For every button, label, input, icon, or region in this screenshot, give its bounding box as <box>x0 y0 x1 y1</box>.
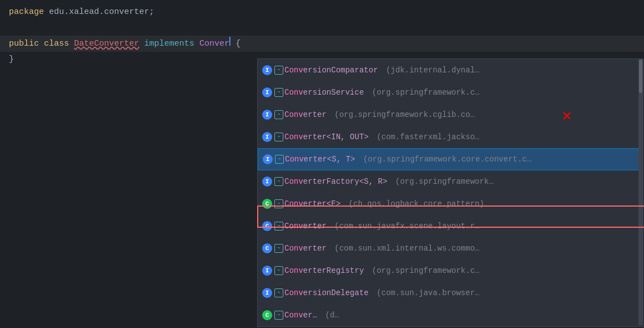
ac-label-9: Converter <box>284 244 327 253</box>
ac-detail-3: (org.springframework.cglib.co… <box>330 110 475 119</box>
ac-item-1[interactable]: I ~ ConversionComparator (jdk.internal.d… <box>258 59 643 81</box>
keyword-class: class <box>44 37 69 51</box>
keyword-public: public <box>9 37 39 51</box>
ac-ext-6: ~ <box>274 177 283 186</box>
ac-icon-class-8: C <box>262 221 272 231</box>
ac-ext-5: ~ <box>275 155 284 164</box>
ac-icon-class-green-7: C <box>262 199 272 209</box>
ac-label-12: Conver… <box>284 311 317 320</box>
code-line-2 <box>0 20 644 36</box>
ac-icon-interface-11: I <box>262 288 272 298</box>
ac-icon-class-green-12: C <box>262 310 272 320</box>
ac-label-3: Converter <box>284 110 327 119</box>
ac-label-11: ConversionDelegate <box>284 288 368 297</box>
keyword-package: package <box>9 6 44 19</box>
ac-label-1: ConversionComparator <box>284 66 378 75</box>
ac-icon-interface-5: I <box>263 154 273 164</box>
ac-detail-5: (org.springframework.core.convert.c… <box>358 155 532 164</box>
ac-detail-12: (d… <box>321 311 340 320</box>
ac-ext-1: ~ <box>274 66 283 75</box>
ac-label-4: Converter<IN, OUT> <box>284 133 368 141</box>
ac-label-7: Converter<E> <box>284 199 341 208</box>
ac-ext-3: ~ <box>274 110 283 119</box>
ac-item-3[interactable]: I ~ Converter (org.springframework.cglib… <box>258 104 643 126</box>
closing-brace: } <box>9 53 14 66</box>
ac-detail-8: (com.sun.javafx.scene.layout.r… <box>330 222 480 231</box>
ac-ext-7: ~ <box>274 199 283 208</box>
ac-detail-4: (com.fasterxml.jackso… <box>372 133 479 141</box>
ac-icon-interface-4: I <box>262 132 272 142</box>
ac-detail-2: (org.springframework.c… <box>367 88 480 97</box>
keyword-implements: implements <box>144 37 194 51</box>
ac-ext-8: ~ <box>274 222 283 231</box>
ac-label-10: ConverterRegistry <box>284 266 364 275</box>
ac-item-9[interactable]: C ~ Converter (com.sun.xml.internal.ws.c… <box>258 237 643 260</box>
ac-icon-interface-6: I <box>262 177 272 187</box>
ac-label-2: ConversionService <box>284 88 364 97</box>
ac-item-10[interactable]: I ~ ConverterRegistry (org.springframewo… <box>258 260 643 282</box>
ac-icon-interface-3: I <box>262 110 272 120</box>
ac-item-11[interactable]: I ~ ConversionDelegate (com.sun.java.bro… <box>258 282 643 304</box>
ac-icon-class-9: C <box>262 243 272 253</box>
ac-label-6: ConverterFactory<S, R> <box>284 177 387 186</box>
ac-item-4[interactable]: I ~ Converter<IN, OUT> (com.fasterxml.ja… <box>258 126 643 148</box>
semicolon: ; <box>149 6 154 19</box>
ac-item-5[interactable]: I ~ Converter<S, T> (org.springframework… <box>258 148 643 170</box>
ac-ext-2: ~ <box>274 88 283 97</box>
code-text <box>44 6 49 19</box>
autocomplete-dropdown[interactable]: I ~ ConversionComparator (jdk.internal.d… <box>257 58 643 328</box>
ac-label-5: Converter<S, T> <box>285 155 355 164</box>
ac-detail-7: (ch.qos.logback.core.pattern) <box>344 199 484 208</box>
package-path: edu.xalead.converter <box>49 6 149 19</box>
ac-label-8: Converter <box>284 222 327 231</box>
ac-item-8[interactable]: C ~ Converter (com.sun.javafx.scene.layo… <box>258 215 643 237</box>
typed-text: Conver <box>199 37 229 51</box>
ac-item-7[interactable]: C ~ Converter<E> (ch.qos.logback.core.pa… <box>258 193 643 215</box>
class-name-token: DateConverter <box>74 37 139 51</box>
ac-detail-11: (com.sun.java.browser… <box>372 288 479 297</box>
ac-item-2[interactable]: I ~ ConversionService (org.springframewo… <box>258 81 643 104</box>
ac-detail-9: (com.sun.xml.internal.ws.commo… <box>330 244 480 253</box>
ac-icon-interface-2: I <box>262 87 272 97</box>
scrollbar-thumb[interactable] <box>639 60 642 93</box>
ac-ext-11: ~ <box>274 288 283 297</box>
ac-detail-10: (org.springframework.c… <box>367 266 480 275</box>
ac-ext-12: ~ <box>274 311 283 320</box>
ac-icon-interface-1: I <box>262 65 272 75</box>
ac-detail-6: (org.springframework… <box>391 177 494 186</box>
code-line-3: public class DateConverter implements Co… <box>0 36 644 52</box>
ac-ext-4: ~ <box>274 133 283 141</box>
ac-ext-10: ~ <box>274 266 283 275</box>
ac-detail-1: (jdk.internal.dynal… <box>381 66 479 75</box>
ac-item-12[interactable]: C ~ Conver… (d… <box>258 304 643 326</box>
autocomplete-scrollbar[interactable] <box>638 59 643 325</box>
code-editor: package edu.xalead.converter ; public cl… <box>0 4 644 328</box>
code-line-1: package edu.xalead.converter ; <box>0 4 644 20</box>
ac-ext-9: ~ <box>274 244 283 253</box>
ac-item-6[interactable]: I ~ ConverterFactory<S, R> (org.springfr… <box>258 170 643 193</box>
ac-icon-interface-10: I <box>262 266 272 276</box>
